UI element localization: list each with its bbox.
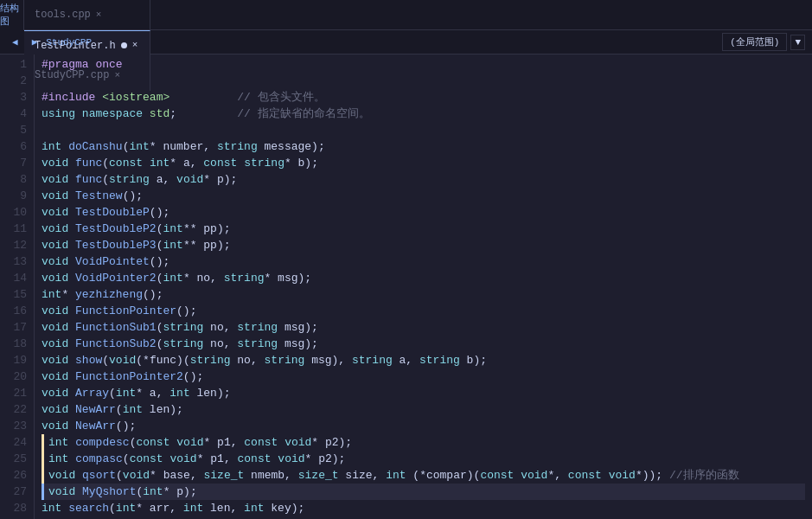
token-kw: const [238, 451, 272, 467]
line-number: 5 [0, 122, 27, 138]
line-number: 24 [0, 434, 27, 451]
token-punct: (); [176, 303, 196, 319]
token-punct [143, 106, 150, 122]
token-punct [514, 467, 521, 484]
scope-dropdown-icon[interactable]: ▼ [790, 35, 805, 50]
tab-close-button[interactable]: × [96, 10, 102, 20]
sidebar-toggle[interactable]: 结构图 [0, 0, 24, 30]
token-punct [68, 188, 75, 204]
code-line: using namespace std; // 指定缺省的命名空间。 [42, 106, 805, 122]
token-kw: string [237, 319, 278, 336]
token-fn: qsort [82, 467, 116, 484]
token-kw: int [129, 138, 149, 155]
token-punct: * p2); [311, 434, 352, 451]
token-punct: *, [547, 467, 567, 484]
token-kw: void [42, 253, 68, 270]
token-punct: * msg); [265, 270, 312, 286]
code-line: int search(int* arr, int len, int key); [42, 500, 805, 516]
token-punct [68, 434, 75, 451]
token-punct: * [61, 286, 75, 303]
token-fn: func [75, 155, 102, 171]
token-kw: int [163, 237, 182, 253]
token-punct: ( [102, 352, 109, 368]
code-area[interactable]: #pragma once #include <iostream> // 包含头文… [35, 54, 812, 519]
token-fn: VoidPointer2 [75, 270, 157, 286]
token-punct: size, [339, 467, 387, 484]
token-punct [602, 467, 609, 484]
token-punct: * p1, [204, 434, 245, 451]
token-kw: void [278, 451, 304, 467]
token-kw: void [42, 401, 68, 418]
token-fn: yezhizheng [75, 286, 143, 303]
code-line: void MyQshort(int* p); [42, 484, 805, 500]
code-line: int compasc(const void* p1, const void* … [42, 451, 805, 467]
token-punct: ( [123, 451, 130, 467]
code-line: void Testnew(); [42, 188, 805, 204]
line-number: 15 [0, 286, 27, 303]
token-punct [272, 451, 278, 467]
token-punct [143, 155, 150, 171]
line-number: 22 [0, 401, 27, 418]
token-kw: int [116, 385, 136, 401]
token-punct: * p); [203, 171, 237, 188]
code-line: #pragma once [42, 56, 805, 73]
token-fn: TestDoubleP3 [75, 237, 157, 253]
token-punct: ( [109, 385, 116, 401]
token-kw: void [609, 467, 636, 484]
token-kw: void [42, 319, 68, 336]
token-punct: ( [157, 319, 163, 336]
token-kw: void [48, 467, 75, 484]
token-fn: doCanshu [68, 138, 122, 155]
tab-tools-cpp[interactable]: tools.cpp× [24, 0, 150, 30]
code-line: void TestDoubleP3(int** pp); [42, 237, 805, 253]
code-line: void FunctionPointer(); [42, 303, 805, 319]
code-line: void NewArr(); [42, 418, 805, 434]
token-punct: (); [150, 253, 169, 270]
token-punct [68, 336, 75, 352]
line-number: 9 [0, 188, 27, 204]
token-punct: * p2); [305, 451, 346, 467]
token-kw: void [42, 336, 68, 352]
token-punct: (); [183, 368, 203, 385]
token-kw: void [42, 221, 68, 237]
token-kw: int [123, 401, 143, 418]
token-punct: ( [102, 155, 109, 171]
token-kw: int [42, 500, 61, 516]
token-kw: string [419, 352, 460, 368]
token-kw: int [244, 500, 264, 516]
token-kw: void [42, 204, 68, 221]
code-line: int doCanshu(int* number, string message… [42, 138, 805, 155]
token-kw: string [244, 155, 285, 171]
line-number: 18 [0, 336, 27, 352]
line-number: 20 [0, 368, 27, 385]
tab-close-button[interactable]: × [132, 41, 138, 50]
scope-area: (全局范围) ▼ [722, 33, 805, 51]
token-punct: * p1, [197, 451, 238, 467]
tree-view-label: 结构图 [0, 2, 23, 28]
token-fn: NewArr [75, 401, 116, 418]
code-line [42, 73, 805, 89]
token-kw: string [224, 270, 265, 286]
token-fn: VoidPointet [75, 253, 150, 270]
line-number: 10 [0, 204, 27, 221]
token-punct: key); [264, 500, 304, 516]
token-punct: ( [136, 484, 143, 500]
code-line: void Array(int* a, int len); [42, 385, 805, 401]
token-kw: int [116, 500, 136, 516]
token-kw: const [568, 467, 602, 484]
token-kw: int [143, 484, 163, 500]
token-kw: string [237, 336, 278, 352]
forward-button[interactable]: ▶ [27, 35, 43, 49]
back-button[interactable]: ◀ [7, 35, 23, 49]
app-window: 结构图 StudyCPPTestPointer.cpp×tools.cpp×Te… [0, 0, 812, 519]
token-punct [68, 237, 75, 253]
token-punct [237, 155, 244, 171]
code-line: void FunctionSub2(string no, string msg)… [42, 336, 805, 352]
line-number: 1 [0, 56, 27, 73]
token-kw: const [244, 434, 278, 451]
token-kw: int [163, 270, 182, 286]
line-number: 25 [0, 451, 27, 467]
token-punct [68, 401, 75, 418]
token-punct [68, 451, 75, 467]
token-punct: ( [157, 221, 163, 237]
